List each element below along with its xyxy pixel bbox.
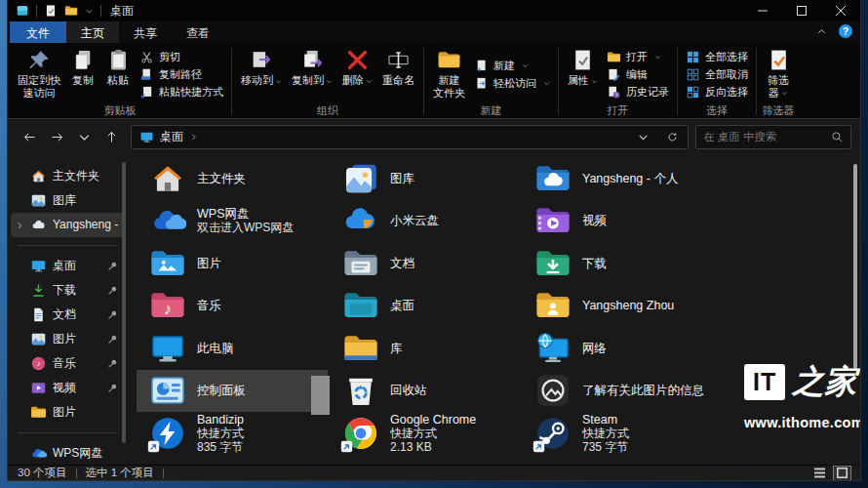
quick-access-chevron-down-icon[interactable] xyxy=(85,7,94,16)
folder-music-icon: ♪ xyxy=(149,287,186,324)
help-icon[interactable]: ? xyxy=(839,24,852,38)
search-input[interactable] xyxy=(703,131,831,142)
file-tile-libraries[interactable]: 库 xyxy=(330,327,521,370)
file-tile-gallery[interactable]: 图库 xyxy=(330,157,521,200)
wps-cloud-icon xyxy=(149,202,186,239)
sidebar-item-downloads[interactable]: 下载 xyxy=(11,278,124,303)
file-tile-home[interactable]: 主文件夹 xyxy=(137,157,328,200)
new-folder-icon xyxy=(437,48,461,72)
file-tile-mi-cloud[interactable]: 小米云盘 xyxy=(330,200,521,243)
sidebar-item-videos[interactable]: 视频 xyxy=(11,376,124,400)
ribbon-button-pin-to-quick-access[interactable]: 固定到快速访问 xyxy=(14,45,64,103)
sidebar-chevron-spacer xyxy=(15,262,24,271)
ribbon-button-cut[interactable]: 剪切 xyxy=(139,49,223,65)
chevron-right-icon[interactable] xyxy=(15,221,24,230)
tab-share[interactable]: 共享 xyxy=(119,21,172,43)
ribbon-button-easy-access[interactable]: 轻松访问 xyxy=(474,75,550,92)
titlebar-divider xyxy=(36,5,37,17)
tab-view[interactable]: 查看 xyxy=(172,21,224,43)
sidebar-item-home[interactable]: 主文件夹 xyxy=(11,164,124,188)
ribbon-button-copy[interactable]: 复制 xyxy=(66,45,99,103)
sidebar-item-wps-drive[interactable]: WPS网盘 xyxy=(11,441,124,465)
sidebar-item-onedrive[interactable]: Yangsheng - 个人 xyxy=(11,213,124,237)
details-view-icon[interactable] xyxy=(811,467,828,480)
sidebar-scrollbar[interactable] xyxy=(122,162,126,443)
file-tile-pictures-folder[interactable]: 图片 xyxy=(137,242,328,285)
chevron-down-icon xyxy=(275,78,282,85)
ribbon-label-line: 移动到 xyxy=(241,74,282,87)
ribbon-button-label: 复制 xyxy=(72,74,94,87)
ribbon-group-separator xyxy=(423,48,424,115)
ribbon-button-history[interactable]: 历史记录 xyxy=(607,84,669,101)
explorer-body: 主文件夹图库Yangsheng - 个人桌面下载文档图片♪音乐视频图片WPS网盘… xyxy=(8,154,860,465)
breadcrumb[interactable]: 桌面 xyxy=(160,129,183,145)
ribbon-button-paste-shortcut[interactable]: 粘贴快捷方式 xyxy=(139,84,223,101)
file-tile-documents-folder[interactable]: 文档 xyxy=(330,242,521,285)
ribbon-button-paste[interactable]: 粘贴 xyxy=(101,45,135,103)
delete-x-icon xyxy=(345,48,370,72)
forward-button[interactable] xyxy=(44,125,69,148)
up-button[interactable] xyxy=(99,125,124,148)
file-tile-bandizip[interactable]: Bandizip快捷方式835 字节 xyxy=(137,412,328,455)
address-box[interactable]: 桌面 xyxy=(131,125,689,149)
sidebar-item-desktop[interactable]: 桌面 xyxy=(11,254,124,278)
file-tile-downloads-folder[interactable]: 下载 xyxy=(522,242,766,285)
recent-locations-chevron-down-icon[interactable] xyxy=(71,125,97,148)
file-tile-control-panel[interactable]: 控制面板 xyxy=(137,370,328,413)
file-tile-onedrive-personal[interactable]: Yangsheng - 个人 xyxy=(522,157,766,200)
file-tile-this-pc[interactable]: 此电脑 xyxy=(137,327,328,370)
files-pane: 主文件夹WPS网盘双击进入WPS网盘图片♪音乐此电脑控制面板Bandizip快捷… xyxy=(127,154,860,465)
ribbon-button-invert-selection[interactable]: 反向选择 xyxy=(686,84,748,101)
ribbon-button-rename[interactable]: 重命名 xyxy=(378,45,418,103)
ribbon-button-move-to[interactable]: 移动到 xyxy=(237,45,286,103)
maximize-button[interactable] xyxy=(782,0,821,21)
ribbon-button-properties[interactable]: 属性 xyxy=(564,45,602,103)
ribbon-button-filter[interactable]: 筛选器 xyxy=(762,45,795,103)
sidebar-item-label: 视频 xyxy=(53,380,76,396)
file-tile-music-folder[interactable]: ♪音乐 xyxy=(137,285,328,328)
sidebar-item-label: 图片 xyxy=(53,331,76,347)
file-tile-desktop-folder[interactable]: 桌面 xyxy=(330,285,521,328)
file-tile-picture-info[interactable]: 了解有关此图片的信息 xyxy=(522,370,766,413)
sidebar-item-pictures[interactable]: 图片 xyxy=(11,327,124,351)
file-tile-user-folder[interactable]: Yangsheng Zhou xyxy=(522,285,766,328)
search-icon[interactable] xyxy=(831,131,844,143)
file-detail: 2.13 KB xyxy=(390,440,476,454)
file-name: 了解有关此图片的信息 xyxy=(582,384,704,397)
back-button[interactable] xyxy=(17,125,42,148)
ribbon-button-select-none[interactable]: 全部取消 xyxy=(686,66,748,83)
minimize-button[interactable] xyxy=(743,0,782,21)
address-dropdown-chevron-down-icon[interactable] xyxy=(631,126,654,147)
file-tile-google-chrome[interactable]: Google Chrome快捷方式2.13 KB xyxy=(330,412,521,455)
breadcrumb-chevron-right-icon[interactable] xyxy=(189,133,198,142)
ribbon-button-new-item[interactable]: 新建 xyxy=(474,58,550,74)
ribbon-button-new-folder[interactable]: 新建文件夹 xyxy=(429,45,469,103)
file-tile-network[interactable]: 网络 xyxy=(522,327,766,370)
file-tile-videos-folder[interactable]: 视频 xyxy=(522,200,766,243)
sidebar-item-music[interactable]: ♪音乐 xyxy=(11,351,124,376)
ribbon-button-select-all[interactable]: 全部选择 xyxy=(686,49,748,65)
file-tile-steam[interactable]: Steam快捷方式735 字节 xyxy=(522,412,766,455)
ribbon-button-delete[interactable]: 删除 xyxy=(338,45,376,103)
collapse-ribbon-chevron-up-icon[interactable] xyxy=(816,26,827,37)
large-icons-view-icon[interactable] xyxy=(834,467,850,480)
ribbon-button-edit[interactable]: 编辑 xyxy=(607,66,669,83)
close-button[interactable] xyxy=(821,0,860,21)
sidebar-item-documents[interactable]: 文档 xyxy=(11,303,124,327)
quick-access-folder-icon[interactable] xyxy=(64,4,78,18)
file-tile-recycle-bin[interactable]: 回收站 xyxy=(330,370,521,413)
ribbon-button-open[interactable]: 打开 xyxy=(607,49,669,65)
ribbon-button-copy-to[interactable]: 复制到 xyxy=(288,45,336,103)
files-scrollbar[interactable] xyxy=(853,164,857,369)
desktop-location-icon xyxy=(139,130,154,144)
file-tile-wps-drive[interactable]: WPS网盘双击进入WPS网盘 xyxy=(137,200,328,243)
sidebar-item-gallery[interactable]: 图库 xyxy=(11,188,124,213)
tab-home[interactable]: 主页 xyxy=(66,21,119,43)
tab-file[interactable]: 文件 xyxy=(10,21,66,43)
quick-access-properties-icon[interactable] xyxy=(44,4,58,18)
file-tile-text: Yangsheng Zhou xyxy=(582,299,674,312)
ribbon-button-copy-path[interactable]: 复制路径 xyxy=(139,66,223,83)
refresh-icon[interactable] xyxy=(660,126,684,147)
sidebar-item-pictures-folder[interactable]: 图片 xyxy=(11,400,124,425)
ribbon-label-line: 速访问 xyxy=(18,87,60,100)
